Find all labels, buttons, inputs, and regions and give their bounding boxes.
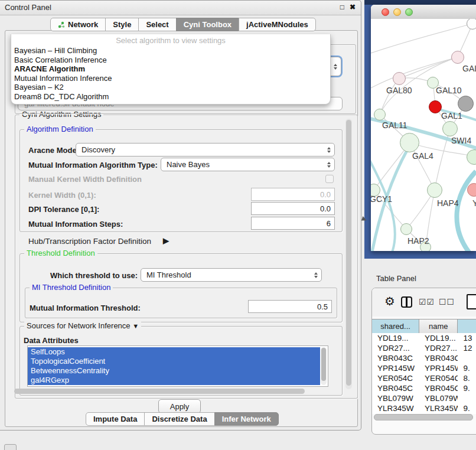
network-canvas[interactable]: GAL GAL80 GAL10 GAL1 GAL11 SWI4 GAL4 GCY… (371, 19, 476, 251)
algorithm-definition-title: Algorithm Definition (24, 125, 96, 133)
tab-select-label: Select (146, 18, 168, 31)
dropdown-item-dream8[interactable]: Dream8 DC_TDC Algorithm (11, 92, 330, 102)
gear-icon[interactable]: ⚙ (384, 295, 395, 308)
settings-horizontal-scrollbar[interactable] (14, 389, 305, 394)
tab-jactivemnodules-label: jActiveMNodules (246, 18, 308, 31)
node-label-gal1: GAL1 (441, 111, 462, 120)
dropdown-item-aracne[interactable]: ARACNE Algorithm (11, 64, 330, 74)
mac-minimize-button[interactable] (393, 8, 401, 16)
network-window-titlebar (371, 5, 476, 19)
network-node-gal1[interactable] (442, 121, 458, 136)
tab-jactivemnodules[interactable]: jActiveMNodules (239, 18, 316, 31)
table-row[interactable]: YBL079W YBL079W (372, 393, 476, 403)
apply-button-label: Apply (170, 402, 190, 411)
table-row[interactable]: YDL19... YDL19... 13 (372, 333, 476, 343)
column-header-shared[interactable]: shared... (372, 319, 419, 333)
select-all-checkboxes-icon[interactable]: ☑☑ (419, 297, 435, 306)
cell: 9. (458, 383, 476, 393)
bottom-tabbar: Impute Data Discretize Data Infer Networ… (86, 412, 279, 426)
expand-arrow-icon[interactable]: ▶ (163, 236, 169, 245)
which-threshold-combo[interactable]: MI Threshold (141, 268, 322, 282)
cell: YER054C (372, 373, 419, 383)
tab-infer-network-label: Infer Network (222, 413, 271, 425)
mi-threshold-input[interactable]: 0.5 (248, 300, 332, 313)
node-label-gal4: GAL4 (412, 151, 433, 161)
tab-cyni-toolbox[interactable]: Cyni Toolbox (176, 18, 239, 31)
screen: Control Panel □ ✖ Network Style Select (0, 0, 476, 450)
kernel-width-value: 0.0 (320, 190, 331, 199)
document-icon[interactable] (467, 294, 476, 309)
tab-select[interactable]: Select (138, 18, 176, 31)
attributes-scrollbar[interactable] (321, 347, 327, 385)
sources-title-text[interactable]: Sources for Network Inference (27, 321, 131, 330)
tab-infer-network[interactable]: Infer Network (214, 412, 279, 426)
cell: YLR345W (419, 403, 458, 413)
list-item-gal4rgexp[interactable]: gal4RGexp (28, 376, 320, 385)
network-node-selected-red[interactable] (429, 100, 442, 113)
network-node-gal11[interactable] (374, 109, 386, 120)
table-row[interactable]: YBR045C YBR045C 9. (372, 383, 476, 393)
threshold-definition-title: Threshold Definition (24, 249, 97, 257)
tab-network-label: Network (68, 18, 98, 31)
collapse-arrow-icon[interactable]: ▼ (132, 322, 139, 330)
list-item-selfloops[interactable]: SelfLoops (28, 347, 320, 357)
dropdown-item-bayesian-k2[interactable]: Bayesian – K2 (11, 83, 330, 92)
cell: YBL079W (372, 393, 419, 403)
dropdown-item-bayesian-hill-climbing[interactable]: Bayesian – Hill Climbing (11, 46, 330, 56)
kernel-width-input[interactable]: 0.0 (251, 188, 335, 201)
combo-stepper-icon (314, 269, 318, 281)
table-row[interactable]: YPR145W YPR145W 9. (372, 363, 476, 373)
manual-kernel-label: Manual Kernel Width Definition (28, 175, 142, 184)
deselect-all-checkboxes-icon[interactable]: ☐☐ (439, 297, 455, 306)
mi-type-combo[interactable]: Naive Bayes (161, 158, 335, 171)
dpi-tolerance-input[interactable]: 0.0 (251, 202, 335, 215)
aracne-mode-combo[interactable]: Discovery (76, 143, 335, 156)
tab-discretize-data[interactable]: Discretize Data (144, 412, 214, 426)
table-row[interactable]: YDR27... YDR27... 12 (372, 343, 476, 353)
cell: YBR045C (419, 383, 458, 393)
float-window-icon[interactable]: □ (340, 3, 344, 11)
network-node-gray[interactable] (458, 96, 474, 112)
network-node[interactable] (467, 19, 476, 30)
table-row[interactable]: YLR345W YLR345W 9. (372, 403, 476, 413)
algorithm-dropdown-popup: Select algorithm to view settings Bayesi… (11, 34, 331, 105)
tab-impute-data[interactable]: Impute Data (86, 412, 145, 426)
column-header-partial[interactable] (458, 319, 476, 333)
network-node[interactable] (451, 51, 464, 64)
tab-style[interactable]: Style (105, 18, 139, 31)
minimized-panel-chip[interactable] (4, 444, 17, 450)
dpi-tolerance-value: 0.0 (320, 204, 331, 213)
network-node-gal80[interactable] (393, 72, 406, 85)
which-threshold-value: MI Threshold (146, 270, 191, 279)
mi-steps-input[interactable]: 6 (251, 217, 335, 230)
table-row[interactable]: YER054C YER054C 8. (372, 373, 476, 383)
list-item-betweennesscentrality[interactable]: BetweennessCentrality (28, 366, 320, 376)
network-node-hap4[interactable] (427, 182, 442, 198)
hub-definition-toggle[interactable]: Hub/Transcription Factor Definition (28, 237, 151, 246)
cell: 13 (458, 333, 476, 343)
list-item-topologicalcoefficient[interactable]: TopologicalCoefficient (28, 357, 320, 366)
node-label-gal80: GAL80 (386, 86, 412, 95)
mac-zoom-button[interactable] (405, 8, 413, 16)
aracne-mode-value: Discovery (81, 145, 115, 154)
network-node-gal4[interactable] (400, 133, 419, 152)
cell: YDL19... (372, 333, 419, 343)
control-panel-title: Control Panel (5, 3, 51, 12)
columns-icon[interactable] (401, 296, 412, 308)
manual-kernel-checkbox[interactable] (325, 175, 334, 183)
dropdown-item-basic-correlation[interactable]: Basic Correlation Inference (11, 56, 330, 65)
settings-vertical-scrollbar[interactable] (345, 119, 352, 389)
network-node-hap2[interactable] (400, 223, 412, 235)
cell: YLR345W (372, 403, 419, 413)
dropdown-item-mutual-information[interactable]: Mutual Information Inference (11, 74, 330, 83)
close-icon[interactable]: ✖ (350, 3, 356, 11)
node-label-gal10: GAL10 (436, 86, 462, 95)
tab-network[interactable]: Network (50, 18, 106, 31)
apply-button[interactable]: Apply (158, 399, 201, 413)
mac-close-button[interactable] (382, 8, 389, 16)
table-horizontal-scrollbar[interactable] (374, 414, 473, 420)
mi-threshold-value: 0.5 (317, 302, 328, 311)
table-row[interactable]: YBR043C YBR043C (372, 353, 476, 363)
node-label-gcy1: GCY1 (371, 194, 392, 204)
column-header-name[interactable]: name (419, 319, 458, 333)
